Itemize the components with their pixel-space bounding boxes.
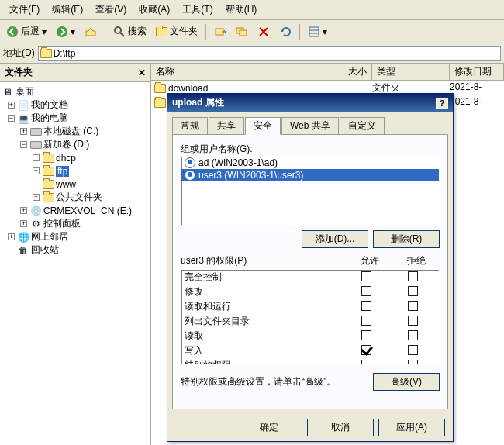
tab-4[interactable]: 自定义 (340, 117, 385, 135)
tree-public[interactable]: 公共文件夹 (56, 191, 102, 204)
deny-checkbox[interactable] (408, 360, 418, 366)
apply-button[interactable]: 应用(A) (378, 419, 445, 436)
col-name[interactable]: 名称 (151, 64, 337, 80)
folder-icon (42, 165, 54, 178)
folder-tree[interactable]: 🖥桌面 +📄我的文档 −💻我的电脑 +本地磁盘 (C:) −新加卷 (D:) +… (0, 82, 150, 445)
back-label: 后退 (21, 25, 40, 38)
deny-checkbox[interactable] (408, 316, 418, 326)
deny-checkbox[interactable] (408, 286, 418, 296)
forward-button[interactable]: ▾ (53, 24, 78, 40)
collapse-icon[interactable]: − (20, 141, 27, 148)
tree-dhcp[interactable]: dhcp (56, 153, 76, 164)
tree-desktop[interactable]: 桌面 (16, 85, 34, 98)
tree-local-c[interactable]: 本地磁盘 (C:) (43, 125, 98, 138)
ok-button[interactable]: 确定 (236, 419, 302, 436)
expand-icon[interactable]: + (20, 220, 27, 227)
allow-checkbox[interactable] (361, 360, 371, 366)
allow-checkbox[interactable] (361, 345, 371, 355)
tree-new-vol-d[interactable]: 新加卷 (D:) (43, 138, 89, 151)
copy-button[interactable] (233, 24, 251, 40)
folder-icon (42, 178, 54, 191)
allow-checkbox[interactable] (361, 271, 371, 281)
expand-icon[interactable]: + (20, 207, 27, 214)
tree-ctrl[interactable]: 控制面板 (43, 217, 81, 230)
tab-0[interactable]: 常规 (172, 117, 208, 135)
move-button[interactable] (211, 24, 230, 40)
deny-checkbox[interactable] (408, 330, 418, 340)
group-users-label: 组或用户名称(G): (181, 143, 440, 156)
folder-icon: 📄 (17, 99, 29, 112)
search-button[interactable]: 搜索 (110, 23, 150, 40)
deny-checkbox[interactable] (408, 301, 418, 311)
user-text: ad (WIN2003-1\ad) (198, 157, 278, 168)
allow-checkbox[interactable] (361, 301, 371, 311)
tree-mydocs[interactable]: 我的文档 (31, 98, 68, 112)
tab-3[interactable]: Web 共享 (281, 117, 339, 135)
svg-point-2 (115, 27, 121, 33)
tree-mycomputer[interactable]: 我的电脑 (31, 112, 68, 125)
up-button[interactable] (81, 24, 100, 40)
permission-row: 修改 (181, 285, 439, 299)
menu-view[interactable]: 查看(V) (89, 2, 133, 18)
col-date[interactable]: 修改日期 (450, 64, 504, 80)
help-icon[interactable]: ? (436, 98, 448, 109)
remove-button[interactable]: 删除(R) (373, 230, 440, 248)
menu-edit[interactable]: 编辑(E) (46, 2, 89, 18)
user-list-item[interactable]: ad (WIN2003-1\ad) (181, 157, 439, 169)
folders-button[interactable]: 文件夹 (153, 23, 201, 40)
collapse-icon[interactable]: − (8, 115, 15, 122)
menu-file[interactable]: 文件(F) (3, 2, 46, 18)
tree-netplaces[interactable]: 网上邻居 (31, 230, 68, 243)
col-type[interactable]: 类型 (372, 64, 450, 80)
tree-ftp[interactable]: ftp (56, 166, 69, 177)
perm-name: 读取 (185, 329, 343, 343)
control-panel-icon: ⚙ (29, 218, 42, 230)
add-button[interactable]: 添加(D)... (302, 230, 368, 248)
user-list-item[interactable]: user3 (WIN2003-1\user3) (181, 169, 439, 181)
tree-recycle[interactable]: 回收站 (31, 243, 59, 257)
folders-pane-header: 文件夹 ✕ (0, 64, 150, 82)
address-input[interactable]: D:\ftp (38, 46, 501, 61)
allow-checkbox[interactable] (361, 330, 371, 340)
tree-www[interactable]: www (56, 179, 76, 190)
expand-icon[interactable]: + (20, 128, 27, 135)
permission-row: 读取 (181, 329, 439, 343)
undo-button[interactable] (276, 24, 295, 40)
permissions-label: user3 的权限(P) (181, 254, 347, 267)
toolbar: 后退 ▾ ▾ 搜索 文件夹 ▾ (0, 20, 504, 43)
tab-2[interactable]: 安全 (245, 117, 281, 135)
delete-button[interactable] (254, 24, 273, 40)
file-name: download (168, 83, 208, 94)
deny-checkbox[interactable] (408, 271, 418, 281)
expand-icon[interactable]: + (33, 154, 40, 161)
expand-icon[interactable]: + (8, 233, 15, 240)
dialog-titlebar[interactable]: upload 属性 ? (167, 94, 453, 112)
expand-icon[interactable]: + (33, 194, 40, 201)
expand-icon[interactable]: + (8, 102, 15, 109)
views-button[interactable]: ▾ (305, 24, 330, 40)
permissions-list[interactable]: 完全控制修改读取和运行列出文件夹目录读取写入特别的权限 (181, 269, 440, 365)
deny-checkbox[interactable] (408, 345, 418, 355)
recycle-icon: 🗑 (17, 244, 29, 257)
menu-tools[interactable]: 工具(T) (176, 2, 219, 18)
address-bar: 地址(D) D:\ftp (0, 43, 504, 64)
expand-icon[interactable]: + (33, 167, 40, 174)
folder-icon (154, 98, 166, 108)
svg-point-1 (57, 26, 67, 37)
folders-pane: 文件夹 ✕ 🖥桌面 +📄我的文档 −💻我的电脑 +本地磁盘 (C:) −新加卷 … (0, 64, 151, 445)
tree-crmex[interactable]: CRMEXVOL_CN (E:) (43, 205, 132, 216)
tab-1[interactable]: 共享 (209, 117, 244, 135)
fwd-dropdown-icon: ▾ (71, 26, 75, 37)
back-button[interactable]: 后退 ▾ (3, 23, 50, 40)
allow-checkbox[interactable] (361, 286, 371, 296)
address-path: D:\ftp (54, 48, 76, 59)
user-list[interactable]: ad (WIN2003-1\ad)user3 (WIN2003-1\user3) (181, 156, 440, 226)
advanced-button[interactable]: 高级(V) (373, 373, 440, 391)
close-pane-icon[interactable]: ✕ (138, 67, 146, 78)
cancel-button[interactable]: 取消 (307, 419, 374, 436)
allow-checkbox[interactable] (361, 316, 371, 326)
col-size[interactable]: 大小 (337, 64, 372, 80)
menu-fav[interactable]: 收藏(A) (133, 2, 176, 18)
svg-point-0 (7, 26, 18, 37)
menu-help[interactable]: 帮助(H) (219, 2, 264, 18)
